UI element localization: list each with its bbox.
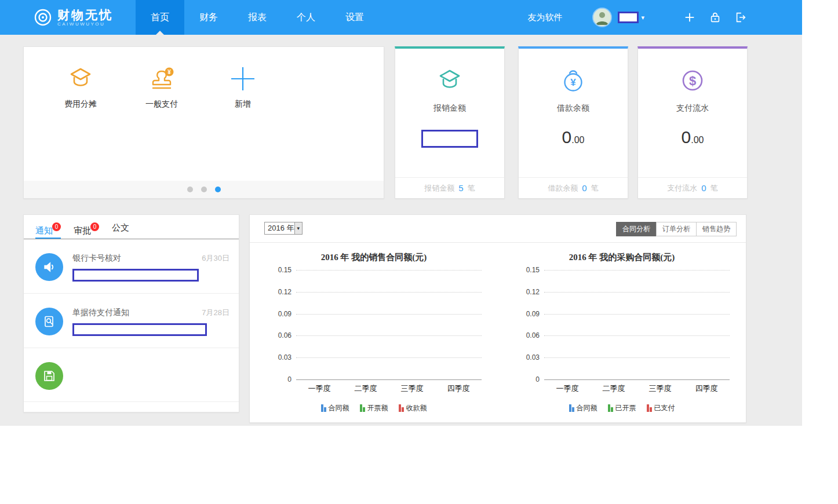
logout-icon[interactable] (734, 10, 748, 24)
stat-value-dec: .00 (571, 135, 584, 145)
notice-date: 6月30日 (202, 253, 229, 264)
bar-group (647, 270, 673, 379)
chart-purchase-contract: 2016 年 我的采购合同额(元) 0.150.120.090.060.030 … (498, 243, 746, 413)
btn-contract-analysis[interactable]: 合同分析 (616, 222, 657, 236)
chart-title: 2016 年 我的销售合同额(元) (256, 252, 492, 263)
x-axis-label: 一季度 (308, 384, 331, 394)
app-subtitle: CAIWUWUYOU (57, 21, 113, 27)
analysis-header: 2016 年 ▼ 合同分析 订单分析 销售趋势 (250, 215, 746, 243)
lock-icon[interactable] (708, 10, 722, 24)
stat-footer: 借款余额 0 笔 (519, 177, 628, 198)
avatar[interactable] (592, 8, 612, 27)
legend-entry[interactable]: 合同额 (321, 403, 349, 413)
btn-sales-trend[interactable]: 销售趋势 (696, 222, 737, 236)
notice-body: 银行卡号核对 6月30日 (72, 253, 229, 282)
legend-entry[interactable]: 收款额 (399, 403, 427, 413)
stat-value-int: 0 (682, 127, 691, 147)
nav-tab-personal[interactable]: 个人 (282, 0, 330, 35)
legend-label: 已开票 (615, 403, 636, 413)
legend-label: 收款额 (406, 403, 427, 413)
yuan-pouch-icon: ¥ (519, 66, 628, 95)
legend-entry[interactable]: 开票额 (360, 403, 388, 413)
bar-group (554, 270, 581, 379)
stat-title: 支付流水 (638, 103, 747, 114)
legend-entry[interactable]: 已开票 (608, 403, 636, 413)
y-tick-label: 0.09 (515, 310, 540, 318)
x-axis-labels: 一季度二季度三季度四季度 (544, 384, 730, 394)
stat-footer: 支付流水 0 笔 (638, 177, 747, 198)
quick-action-expense-share[interactable]: 费用分摊 (52, 64, 110, 109)
nav-tab-home[interactable]: 首页 (136, 0, 184, 35)
y-tick-label: 0 (515, 375, 540, 384)
chevron-down-icon[interactable]: ▾ (641, 14, 644, 21)
chart-title: 2016 年 我的采购合同额(元) (504, 252, 740, 263)
tab-approvals[interactable]: 审批0 (74, 222, 99, 239)
plus-icon (228, 64, 257, 93)
notification-badge: 0 (90, 222, 99, 231)
stat-card-loan-balance[interactable]: ¥ 借款余额 0.00 借款余额 0 笔 (518, 46, 628, 199)
stat-unit: 笔 (711, 183, 718, 193)
tab-documents[interactable]: 公文 (112, 222, 129, 239)
stat-count: 5 (458, 183, 463, 193)
quick-action-label: 新增 (235, 99, 251, 109)
legend-label: 合同额 (329, 403, 349, 413)
nav-right: 友为软件 ▾ (527, 8, 748, 27)
svg-text:$: $ (689, 74, 696, 88)
bar-chart-icon (360, 404, 365, 412)
notice-tabs: 通知0 审批0 公文 (24, 215, 239, 239)
y-tick-label: 0.06 (515, 331, 540, 339)
y-tick-label: 0.15 (515, 266, 540, 274)
app-logo[interactable]: 财物无忧 CAIWUWUYOU (34, 8, 136, 27)
quick-action-add-new[interactable]: 新增 (214, 64, 272, 109)
nav-tab-finance[interactable]: 财务 (184, 0, 233, 35)
btn-order-analysis[interactable]: 订单分析 (656, 222, 697, 236)
notice-list: 银行卡号核对 6月30日 单据待支付通知 7月28日 (24, 239, 239, 402)
bar-chart-icon (647, 404, 652, 412)
nav-tab-settings[interactable]: 设置 (330, 0, 379, 35)
chart-plot: 0.150.120.090.060.030 (544, 270, 730, 380)
dropdown-arrow-icon[interactable]: ▼ (294, 222, 302, 234)
redacted-value (421, 130, 478, 148)
legend-entry[interactable]: 合同额 (569, 403, 597, 413)
doc-search-icon (35, 308, 63, 335)
charts-row: 2016 年 我的销售合同额(元) 0.150.120.090.060.030 … (250, 243, 746, 413)
tab-label: 公文 (112, 222, 129, 232)
bar-group (306, 270, 333, 379)
legend-entry[interactable]: 已支付 (647, 403, 675, 413)
stat-card-reimbursement[interactable]: 报销金额 报销金额 5 笔 (395, 46, 505, 199)
stat-value: 0.00 (638, 127, 747, 147)
year-select[interactable]: 2016 年 ▼ (264, 222, 303, 235)
speaker-icon (35, 253, 63, 281)
carousel-dot-active[interactable] (215, 187, 221, 192)
carousel-dots (24, 181, 384, 198)
y-tick-label: 0.03 (515, 353, 540, 361)
carousel-dot[interactable] (201, 187, 207, 192)
stat-unit: 笔 (591, 183, 599, 193)
stat-card-payment-flow[interactable]: $ 支付流水 0.00 支付流水 0 笔 (637, 46, 748, 199)
svg-text:¥: ¥ (570, 77, 576, 88)
stamp-pay-icon: ¥ (147, 64, 176, 93)
notice-date: 7月28日 (202, 308, 229, 318)
list-item[interactable]: 银行卡号核对 6月30日 (24, 239, 239, 294)
x-axis-label: 二季度 (603, 384, 625, 394)
notification-badge: 0 (52, 222, 61, 231)
list-item[interactable] (24, 348, 239, 402)
y-tick-label: 0.03 (267, 353, 292, 361)
tab-notifications[interactable]: 通知0 (35, 222, 61, 239)
stat-value: 0.00 (519, 127, 628, 147)
bar-group (445, 270, 472, 379)
carousel-dot[interactable] (187, 187, 193, 192)
y-tick-label: 0.12 (267, 288, 292, 296)
x-axis-label: 四季度 (447, 384, 470, 394)
chart-plot: 0.150.120.090.060.030 (296, 270, 482, 380)
notice-panel: 通知0 审批0 公文 银行卡号核对 6月30日 (23, 214, 239, 412)
redacted-text (72, 323, 207, 336)
quick-action-general-pay[interactable]: ¥ 一般支付 (133, 64, 191, 109)
plus-icon[interactable] (683, 10, 697, 24)
bar-chart-icon (321, 404, 326, 412)
list-item[interactable]: 单据待支付通知 7月28日 (24, 294, 239, 348)
nav-tab-reports[interactable]: 报表 (233, 0, 282, 35)
stat-footer-label: 报销金额 (424, 183, 454, 193)
content-area: 费用分摊 ¥ 一般支付 新增 (0, 35, 802, 426)
quick-action-label: 一般支付 (145, 99, 178, 109)
